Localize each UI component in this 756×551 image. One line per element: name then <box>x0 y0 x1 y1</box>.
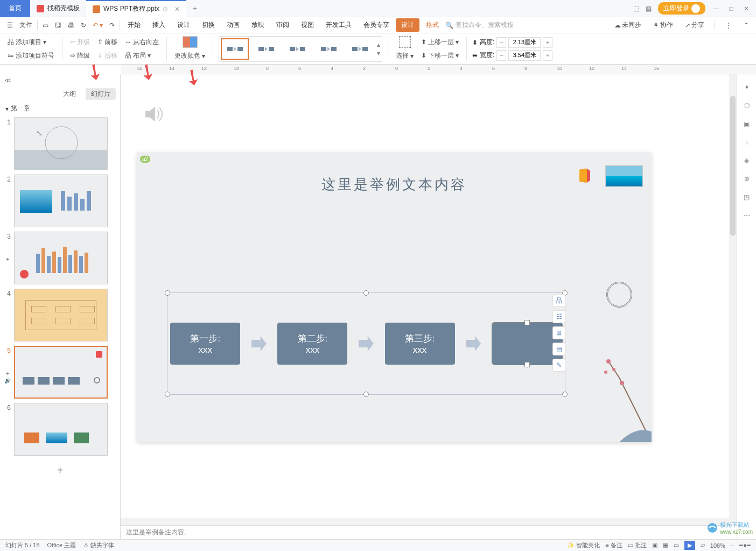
tool-pen-icon[interactable]: ✎ <box>552 359 565 372</box>
tool-layout-icon[interactable]: 品 <box>552 294 565 307</box>
height-input[interactable] <box>508 37 541 48</box>
redo-button[interactable]: ↷ <box>107 22 117 29</box>
tool-template-icon[interactable]: ⬨ <box>741 137 752 148</box>
menu-member[interactable]: 会员专享 <box>358 18 395 32</box>
undo-button[interactable]: ↶ ▾ <box>90 22 106 29</box>
tab-add-button[interactable]: + <box>186 5 204 12</box>
minimize-button[interactable]: — <box>712 5 720 12</box>
add-bullet-button[interactable]: ≔ 添加项目符号 <box>5 50 57 61</box>
slide-canvas[interactable]: a2 这里是举例文本内容 <box>121 74 737 539</box>
select-button[interactable]: 选择 ▾ <box>394 50 416 61</box>
smartart-step-3[interactable]: 第三步: xxx <box>385 323 455 365</box>
height-dec[interactable]: − <box>496 37 506 48</box>
tool-help-icon[interactable]: ⊕ <box>741 173 752 184</box>
thumb-3[interactable] <box>14 232 108 284</box>
share-button[interactable]: ↗ 分享 <box>682 20 707 30</box>
outline-chapter[interactable]: ▾ 第一章 <box>0 102 120 115</box>
close-icon[interactable]: ✕ <box>174 5 180 13</box>
tool-more-icon[interactable]: ⋯ <box>741 210 752 221</box>
menu-insert[interactable]: 插入 <box>147 18 171 32</box>
open-icon[interactable]: ▭ <box>40 22 51 29</box>
move-backward-button[interactable]: ⇩ 后移 <box>95 50 120 61</box>
tool-text-icon[interactable]: ▤ <box>552 343 565 355</box>
menu-design-context[interactable]: 设计 <box>396 18 419 32</box>
menu-start[interactable]: 开始 <box>122 18 146 32</box>
horizontal-scrollbar[interactable] <box>121 518 729 525</box>
vertical-scrollbar[interactable] <box>729 74 737 525</box>
selection-handle[interactable] <box>165 392 170 397</box>
tab-slides[interactable]: 幻灯片 <box>86 88 116 100</box>
save-icon[interactable]: 🖫 <box>52 22 64 29</box>
promote-button[interactable]: ⇦ 升级 <box>68 37 92 48</box>
more-icon[interactable]: ⋮ <box>723 22 734 29</box>
smartart-container[interactable]: 第一步: xxx 第二步: xxx 第三步: xxx <box>167 292 565 395</box>
panel-collapse-icon[interactable]: ≪ <box>0 74 120 86</box>
style-thumb-4[interactable] <box>314 38 342 60</box>
width-inc[interactable]: + <box>543 50 552 61</box>
selection-handle[interactable] <box>165 290 170 296</box>
maximize-button[interactable]: □ <box>727 5 736 12</box>
thumb-5[interactable] <box>14 346 108 399</box>
gallery-scroll[interactable]: ▴▾ <box>377 41 380 57</box>
collapse-ribbon-icon[interactable]: ⌃ <box>741 22 752 29</box>
unsync-button[interactable]: ☁ 未同步 <box>612 20 644 30</box>
menu-transition[interactable]: 切换 <box>197 18 220 32</box>
style-thumb-1[interactable] <box>221 38 249 60</box>
menu-design[interactable]: 设计 <box>172 18 195 32</box>
menu-format[interactable]: 格式 <box>421 18 444 32</box>
selection-handle[interactable] <box>562 392 568 397</box>
thumb-1[interactable]: ⤡ <box>14 117 108 170</box>
print-icon[interactable]: 🖶 <box>65 22 77 29</box>
style-thumb-5[interactable] <box>346 38 374 60</box>
file-menu[interactable]: 文件 <box>17 20 35 30</box>
tool-resource-icon[interactable]: ◈ <box>741 155 752 166</box>
close-window-button[interactable]: ✕ <box>742 5 751 12</box>
tool-3d-icon[interactable]: ◳ <box>741 192 752 203</box>
view-slideshow-icon[interactable]: ▶ <box>684 541 695 550</box>
thumb-2[interactable] <box>14 175 108 227</box>
smartart-style-gallery[interactable]: ▴▾ <box>219 36 382 62</box>
tab-docelle[interactable]: 找稻壳模板 <box>30 0 86 17</box>
tab-home[interactable]: 首页 <box>0 0 30 17</box>
demote-button[interactable]: ⇨ 降级 <box>68 50 92 61</box>
smartart-step-4-selected[interactable] <box>492 323 562 365</box>
tool-design-icon[interactable]: ✦ <box>741 82 752 93</box>
menu-slideshow[interactable]: 放映 <box>246 18 270 32</box>
thumb-6[interactable] <box>14 403 108 456</box>
selection-handle[interactable] <box>363 392 369 397</box>
slide[interactable]: a2 这里是举例文本内容 <box>137 152 652 442</box>
command-search[interactable]: 🔍 查找命令、搜索模板 <box>445 20 514 30</box>
coop-button[interactable]: ⚘ 协作 <box>650 20 676 30</box>
hamburger-icon[interactable]: ☰ <box>4 22 16 29</box>
scrollbar-thumb[interactable] <box>730 96 736 236</box>
tab-document[interactable]: WPS PPT教程.pptx ⊘ ✕ <box>86 0 186 17</box>
status-font-missing[interactable]: ⚠ 缺失字体 <box>83 541 114 549</box>
selection-handle[interactable] <box>363 290 369 296</box>
view-normal-icon[interactable]: ▣ <box>652 542 657 549</box>
menu-devtools[interactable]: 开发工具 <box>320 18 357 32</box>
style-thumb-3[interactable] <box>283 38 311 60</box>
change-color-button[interactable]: 更改颜色 ▾ <box>172 50 207 61</box>
smartart-step-1[interactable]: 第一步: xxx <box>170 323 240 365</box>
tool-style-icon[interactable]: ⬡ <box>741 100 752 111</box>
tool-distribute-icon[interactable]: ⊞ <box>552 326 565 339</box>
move-forward-button[interactable]: ⇧ 前移 <box>95 37 120 48</box>
add-item-button[interactable]: 品 添加项目 ▾ <box>5 37 57 48</box>
login-button[interactable]: 立即登录 <box>658 2 705 15</box>
width-dec[interactable]: − <box>496 50 506 61</box>
tab-outline[interactable]: 大纲 <box>58 88 81 100</box>
add-slide-button[interactable]: + <box>4 460 116 481</box>
tool-object-icon[interactable]: ▣ <box>741 118 752 129</box>
speaker-icon[interactable] <box>142 103 164 125</box>
comments-toggle[interactable]: ▭ 批注 <box>628 541 647 549</box>
rtl-button[interactable]: ↔ 从右向左 <box>123 37 161 48</box>
tool-align-icon[interactable]: ☷ <box>552 310 565 323</box>
menu-view[interactable]: 视图 <box>296 18 319 32</box>
menu-animation[interactable]: 动画 <box>221 18 245 32</box>
smartart-step-2[interactable]: 第二步: xxx <box>277 323 347 365</box>
move-down-button[interactable]: ⬇ 下移一层 ▾ <box>419 50 461 61</box>
height-inc[interactable]: + <box>543 37 552 48</box>
preview-icon[interactable]: ↻ <box>78 22 89 29</box>
notes-toggle[interactable]: ≡ 备注 <box>605 541 622 549</box>
style-thumb-2[interactable] <box>252 38 280 60</box>
